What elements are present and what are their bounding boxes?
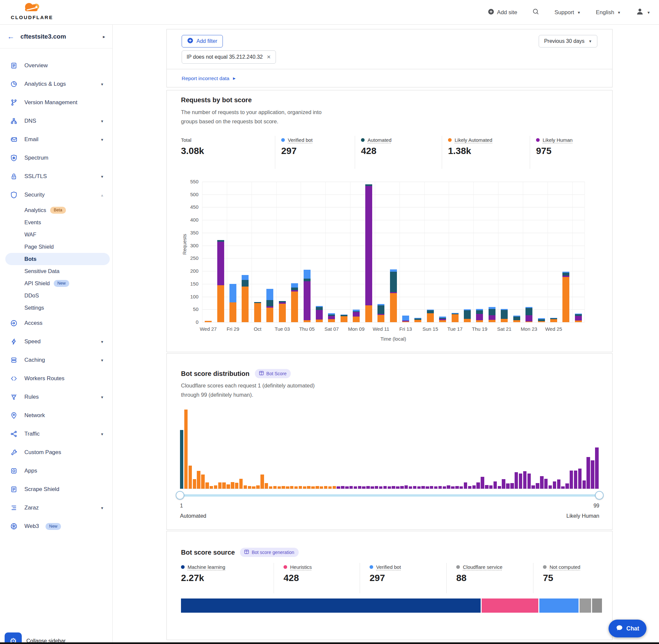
plus-circle-icon (187, 38, 193, 45)
histogram-bar (570, 470, 573, 489)
sidebar-subitem-label: Sensitive Data (24, 268, 59, 274)
stat-heuristics: Heuristics428 (274, 563, 360, 593)
score-slider-handle-max[interactable] (595, 491, 604, 500)
sidebar-item-scrape-shield[interactable]: Scrape Shield (0, 480, 112, 499)
sidebar-item-apps[interactable]: Apps (0, 462, 112, 480)
bar-segment-likely-human (291, 290, 298, 292)
stat-label-row: Verified bot (370, 564, 446, 570)
histogram-bar (583, 480, 586, 489)
sidebar-item-settings[interactable]: Settings (0, 302, 112, 314)
bar-segment-likely-human (439, 319, 446, 320)
chevron-down-icon[interactable]: ▾ (101, 82, 103, 87)
chevron-up-icon[interactable]: ▴ (101, 192, 103, 198)
support-menu[interactable]: Support ▼ (555, 9, 581, 16)
bar-segment-likely-automated (415, 320, 421, 322)
badge-new: New (54, 280, 69, 287)
histogram-bar (324, 486, 327, 489)
histogram-bar (189, 466, 192, 489)
sidebar-item-analytics[interactable]: AnalyticsBeta (0, 204, 112, 216)
sidebar-item-web3[interactable]: Web3New (0, 517, 112, 535)
gridline (202, 207, 585, 207)
search-button[interactable] (533, 8, 539, 17)
sidebar-item-traffic[interactable]: Traffic▾ (0, 425, 112, 443)
account-menu[interactable]: ▼ (636, 7, 651, 17)
speed-icon (10, 338, 18, 346)
sidebar-item-page-shield[interactable]: Page Shield (0, 241, 112, 253)
sidebar-subitem-label: Analytics (24, 207, 46, 213)
sidebar-item-overview[interactable]: Overview (0, 56, 112, 75)
score-min-label: Automated (180, 513, 206, 519)
sidebar: ← cftestsite3.com ▸ OverviewAnalytics & … (0, 25, 113, 644)
back-arrow-icon[interactable]: ← (7, 33, 15, 40)
sidebar-subitem-label: API Shield (24, 280, 50, 286)
chevron-down-icon[interactable]: ▾ (101, 506, 103, 510)
sidebar-item-api-shield[interactable]: API ShieldNew (0, 277, 112, 290)
sidebar-subitem-label: Bots (24, 256, 37, 262)
requests-card-title: Requests by bot score (181, 96, 252, 104)
sidebar-item-network[interactable]: Network (0, 406, 112, 425)
sidebar-item-zaraz[interactable]: Zaraz▾ (0, 499, 112, 517)
chevron-down-icon[interactable]: ▾ (101, 339, 103, 344)
histogram-bar (366, 486, 370, 489)
chevron-down-icon: ▼ (588, 39, 592, 43)
score-slider-handle-min[interactable] (176, 491, 184, 500)
sidebar-item-caching[interactable]: Caching▾ (0, 351, 112, 369)
sidebar-item-waf[interactable]: WAF (0, 229, 112, 241)
bar-segment-likely-human (390, 292, 397, 293)
bot-score-badge[interactable]: Bot Score (255, 369, 291, 378)
sidebar-item-analytics-logs[interactable]: Analytics & Logs▾ (0, 75, 112, 93)
histogram-bar (548, 485, 552, 489)
gridline (498, 182, 498, 322)
add-filter-button[interactable]: Add filter (182, 35, 223, 47)
histogram-bar (494, 481, 497, 489)
sidebar-item-ssl-tls[interactable]: SSL/TLS▾ (0, 167, 112, 186)
bar-segment-verified-bot (452, 313, 458, 314)
requests-card-desc-line1: The number of requests to your applicati… (181, 109, 322, 115)
cloudflare-logo[interactable]: CLOUDFLARE (7, 1, 57, 20)
chevron-down-icon[interactable]: ▾ (101, 358, 103, 363)
sidebar-item-events[interactable]: Events (0, 216, 112, 229)
chevron-down-icon[interactable]: ▾ (101, 137, 103, 142)
sidebar-item-email[interactable]: Email▾ (0, 130, 112, 149)
chevron-down-icon[interactable]: ▾ (101, 174, 103, 179)
histogram-bar (260, 475, 264, 489)
stat-label-row: Likely Automated (448, 137, 530, 143)
bar-segment-verified-bot (242, 275, 249, 280)
sidebar-item-speed[interactable]: Speed▾ (0, 332, 112, 351)
sidebar-item-spectrum[interactable]: Spectrum (0, 149, 112, 167)
histogram-bar (574, 470, 577, 489)
report-incorrect-data-link[interactable]: Report incorrect data ▶ (182, 75, 235, 82)
chevron-down-icon[interactable]: ▾ (101, 432, 103, 437)
sidebar-item-version-management[interactable]: Version Management (0, 93, 112, 112)
sidebar-item-bots[interactable]: Bots (5, 253, 110, 265)
stat-likely-automated: Likely Automated1.38k (442, 136, 530, 169)
histogram-baseline (180, 489, 599, 489)
bar-segment-likely-automated (525, 322, 533, 322)
sidebar-item-workers-routes[interactable]: Workers Routes (0, 369, 112, 388)
sidebar-item-rules[interactable]: Rules▾ (0, 388, 112, 406)
chat-button[interactable]: Chat (609, 620, 646, 638)
time-range-dropdown[interactable]: Previous 30 days ▼ (539, 35, 597, 47)
score-slider-track[interactable] (180, 494, 599, 497)
sidebar-item-dns[interactable]: DNS▾ (0, 112, 112, 130)
add-site-button[interactable]: Add site (488, 8, 517, 17)
histogram-bar (256, 485, 259, 489)
sidebar-item-custom-pages[interactable]: Custom Pages (0, 443, 112, 462)
site-chevron-right-icon[interactable]: ▸ (103, 34, 105, 39)
remove-filter-icon[interactable]: ✕ (267, 54, 271, 60)
sidebar-item-sensitive-data[interactable]: Sensitive Data (0, 265, 112, 277)
bar-segment-verified-bot (427, 309, 434, 310)
histogram-bar (227, 484, 230, 489)
chevron-down-icon[interactable]: ▾ (101, 119, 103, 124)
sidebar-item-access[interactable]: Access (0, 314, 112, 332)
histogram-bar (553, 481, 556, 489)
language-menu[interactable]: English ▼ (596, 9, 621, 16)
cloudflare-cloud-icon (22, 9, 42, 15)
histogram-bar (485, 485, 488, 489)
chevron-down-icon[interactable]: ▾ (101, 395, 103, 400)
sidebar-item-ddos[interactable]: DDoS (0, 290, 112, 302)
bot-score-generation-badge[interactable]: Bot score generation (240, 548, 298, 557)
screen-bottom-edge (0, 642, 659, 644)
bar-segment-automated (328, 315, 335, 316)
sidebar-item-security[interactable]: Security▴ (0, 186, 112, 204)
